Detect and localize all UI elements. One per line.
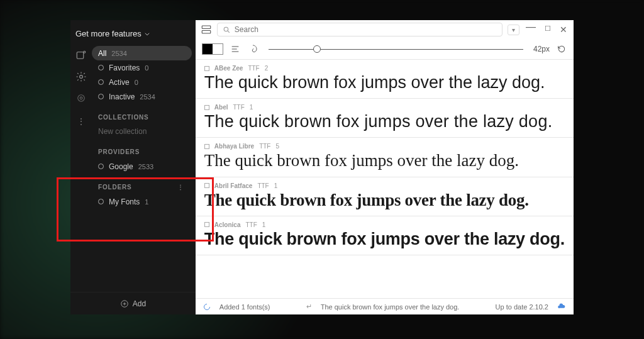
svg-point-3: [78, 95, 85, 102]
font-row-abhaya[interactable]: Abhaya LibreTTF5 The quick brown fox jum…: [196, 138, 574, 177]
svg-point-4: [80, 97, 82, 99]
window-controls: — ☐ ✕: [525, 25, 569, 35]
get-more-features-label: Get more features: [75, 29, 142, 38]
sidebar: Get more features ⋮ All2534 Favorites0 A…: [70, 20, 196, 314]
statusbar: Added 1 fonts(s) ↵ The quick brown fox j…: [196, 298, 574, 314]
add-label: Add: [133, 299, 146, 308]
section-header-folders: FOLDERS ⋮: [92, 174, 192, 194]
checkbox-icon[interactable]: [204, 183, 209, 188]
sidebar-item-inactive[interactable]: Inactive2534: [92, 89, 192, 104]
reset-icon[interactable]: [556, 43, 567, 55]
minimize-button[interactable]: —: [526, 25, 536, 35]
app-window: Get more features ⋮ All2534 Favorites0 A…: [70, 20, 574, 314]
svg-rect-6: [202, 26, 211, 29]
font-row-abel[interactable]: AbelTTF1 The quick brown fox jumps over …: [196, 99, 574, 138]
rail-kebab-icon[interactable]: ⋮: [77, 116, 86, 126]
sidebar-item-myfonts[interactable]: My Fonts1: [92, 194, 192, 209]
font-preview: The quick brown fox jumps over the lazy …: [204, 191, 565, 209]
svg-rect-0: [77, 52, 84, 59]
svg-rect-7: [202, 31, 211, 34]
icon-rail: ⋮: [70, 46, 92, 292]
font-preview: The quick brown fox jumps over the lazy …: [204, 151, 565, 170]
size-label: 42px: [533, 45, 550, 53]
panel-icon[interactable]: [75, 50, 87, 61]
nav-column: All2534 Favorites0 Active0 Inactive2534 …: [92, 46, 196, 292]
size-slider[interactable]: [269, 43, 523, 55]
sidebar-item-favorites[interactable]: Favorites0: [92, 60, 192, 75]
new-collection-button[interactable]: New collection: [92, 125, 192, 138]
svg-point-2: [80, 75, 83, 79]
get-more-features-link[interactable]: Get more features: [70, 20, 196, 46]
sidebar-item-active[interactable]: Active0: [92, 75, 192, 89]
font-preview: The quick brown fox jumps over the lazy …: [204, 112, 565, 131]
sidebar-item-all[interactable]: All2534: [92, 46, 192, 60]
gear-icon[interactable]: [75, 71, 87, 82]
spinner-icon: [203, 303, 211, 311]
font-preview: The quick brown fox jumps over the lazy …: [204, 73, 565, 92]
list-view-icon[interactable]: [201, 24, 212, 35]
add-button[interactable]: Add: [70, 292, 196, 314]
titlebar: ▾ — ☐ ✕: [196, 20, 574, 39]
chevron-down-icon: [144, 31, 150, 37]
font-list[interactable]: ABee ZeeTTF2 The quick brown fox jumps o…: [196, 59, 574, 298]
search-box[interactable]: [217, 23, 502, 36]
search-dropdown[interactable]: ▾: [508, 25, 519, 35]
svg-point-1: [84, 51, 86, 53]
settings-swirl-icon[interactable]: [247, 43, 258, 55]
align-icon[interactable]: [230, 43, 241, 55]
source-icon[interactable]: [75, 92, 87, 104]
folders-kebab-icon[interactable]: ⋮: [177, 184, 184, 191]
close-button[interactable]: ✕: [560, 25, 567, 35]
font-row-aclonica[interactable]: AclonicaTTF1 The quick brown fox jumps o…: [196, 216, 574, 255]
checkbox-icon[interactable]: [204, 66, 209, 71]
section-header-providers: PROVIDERS: [92, 138, 192, 159]
slider-thumb[interactable]: [313, 45, 321, 53]
search-icon: [223, 26, 231, 34]
toolbar: 42px: [196, 39, 574, 59]
section-header-collections: COLLECTIONS: [92, 104, 192, 125]
status-sample: The quick brown fox jumps over the lazy …: [321, 303, 460, 311]
cloud-icon[interactable]: [557, 303, 566, 311]
maximize-button[interactable]: ☐: [545, 25, 551, 35]
sidebar-item-google[interactable]: Google2533: [92, 159, 192, 174]
theme-toggle[interactable]: [202, 43, 223, 55]
checkbox-icon[interactable]: [204, 105, 209, 110]
font-preview: The quick brown fox jumps over the lazy …: [204, 230, 565, 248]
main-panel: ▾ — ☐ ✕ 42px ABee ZeeTTF2 The quick brow…: [196, 20, 574, 314]
plus-circle-icon: [120, 299, 129, 308]
status-version: Up to date 2.10.2: [496, 303, 548, 311]
search-input[interactable]: [235, 25, 497, 34]
font-row-abrilfatface[interactable]: Abril FatfaceTTF1 The quick brown fox ju…: [196, 177, 574, 216]
font-row-abeezee[interactable]: ABee ZeeTTF2 The quick brown fox jumps o…: [196, 60, 574, 99]
checkbox-icon[interactable]: [204, 222, 209, 227]
status-added: Added 1 fonts(s): [219, 303, 270, 311]
checkbox-icon[interactable]: [204, 144, 209, 149]
svg-point-8: [224, 27, 228, 31]
